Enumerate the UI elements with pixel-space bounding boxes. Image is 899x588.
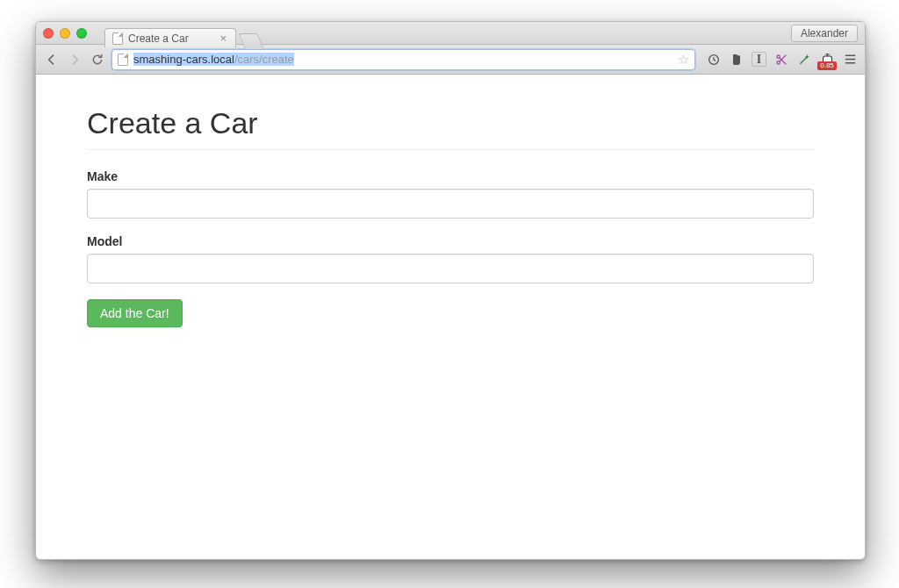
- tab-strip: Create a Car ×: [104, 22, 261, 44]
- extension-clock-icon[interactable]: [706, 52, 722, 68]
- extension-timer-badge: 0.85: [817, 61, 837, 70]
- extension-scissors-icon[interactable]: [773, 52, 789, 68]
- svg-point-1: [777, 55, 780, 58]
- make-input[interactable]: [87, 189, 814, 219]
- browser-menu-button[interactable]: [842, 52, 858, 68]
- submit-button[interactable]: Add the Car!: [87, 299, 183, 327]
- back-button[interactable]: [43, 51, 61, 68]
- extension-instapaper-icon[interactable]: I: [752, 52, 766, 67]
- form-group-make: Make: [87, 169, 814, 219]
- zoom-window-button[interactable]: [76, 28, 87, 39]
- window-titlebar: Create a Car × Alexander: [36, 22, 865, 45]
- browser-tab[interactable]: Create a Car ×: [104, 28, 236, 47]
- make-label: Make: [87, 169, 814, 183]
- extension-timer-icon[interactable]: 0.85: [819, 52, 835, 68]
- svg-line-5: [800, 56, 807, 63]
- form-group-model: Model: [87, 234, 814, 283]
- heading-divider: [87, 149, 814, 150]
- extension-wand-icon[interactable]: [796, 52, 812, 68]
- svg-point-2: [777, 61, 780, 63]
- url-text: smashing-cars.local/cars/create: [133, 53, 672, 66]
- minimize-window-button[interactable]: [60, 28, 70, 39]
- model-input[interactable]: [87, 254, 814, 283]
- page-favicon-icon: [112, 32, 123, 45]
- profile-button[interactable]: Alexander: [791, 25, 858, 42]
- url-path: /cars/create: [234, 53, 294, 66]
- browser-window: Create a Car × Alexander smashing-cars.l…: [35, 21, 866, 560]
- bookmark-star-icon[interactable]: ☆: [678, 52, 689, 68]
- url-host: smashing-cars.local: [133, 53, 234, 66]
- extension-evernote-icon[interactable]: [729, 52, 744, 68]
- page-icon: [118, 54, 128, 66]
- tab-title: Create a Car: [128, 32, 189, 45]
- window-controls: [43, 28, 87, 39]
- tab-close-button[interactable]: ×: [219, 32, 227, 44]
- page-title: Create a Car: [87, 106, 814, 140]
- model-label: Model: [87, 234, 814, 248]
- extension-icons: I 0.85: [706, 52, 858, 68]
- reload-button[interactable]: [89, 51, 106, 68]
- page-content: Create a Car Make Model Add the Car!: [36, 75, 865, 359]
- close-window-button[interactable]: [43, 28, 54, 39]
- profile-label: Alexander: [801, 27, 848, 39]
- forward-button[interactable]: [66, 51, 83, 68]
- address-bar[interactable]: smashing-cars.local/cars/create ☆: [111, 49, 695, 70]
- browser-toolbar: smashing-cars.local/cars/create ☆ I 0.85: [36, 45, 865, 75]
